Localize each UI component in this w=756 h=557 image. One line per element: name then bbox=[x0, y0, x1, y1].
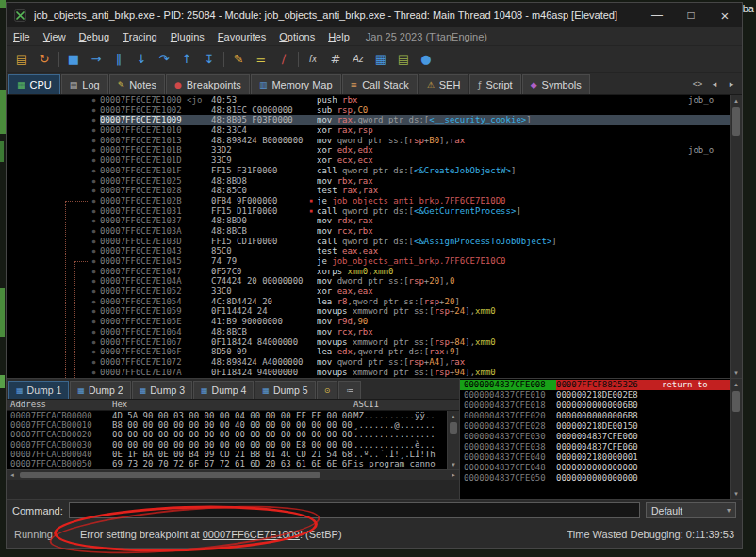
tab-scroll-left-icon[interactable]: ◂ bbox=[706, 75, 723, 92]
settings-dot-icon[interactable]: ● bbox=[415, 49, 437, 70]
maximize-button[interactable]: □ bbox=[674, 3, 708, 27]
title-bar[interactable]: job_objects_anti_brkp.exe - PID: 25084 -… bbox=[7, 3, 742, 27]
scroll-left-icon[interactable]: ◂ bbox=[7, 471, 18, 479]
breakpoint-dot[interactable]: ● bbox=[88, 196, 100, 206]
menu-item-help[interactable]: Help bbox=[321, 27, 356, 45]
disasm-row[interactable]: ●00007FF6CE7E102848:85C0test rax,rax bbox=[7, 186, 730, 196]
struct-tab[interactable]: ≔ bbox=[338, 381, 361, 399]
run-icon[interactable]: → bbox=[85, 49, 107, 70]
stack-row[interactable]: 0000004837CFE0380000004837CFE060 bbox=[460, 442, 730, 452]
breakpoint-dot[interactable]: ● bbox=[88, 136, 100, 146]
stack-row[interactable]: 0000004837CFE01800000000000006B0 bbox=[460, 401, 730, 411]
menu-item-tracing[interactable]: Tracing bbox=[116, 27, 164, 45]
breakpoint-dot[interactable]: ● bbox=[88, 166, 100, 176]
disasm-row[interactable]: ●00007FF6CE7E106448:8BCBmov rcx,rbx bbox=[7, 327, 730, 337]
command-input[interactable] bbox=[69, 502, 640, 518]
dump-row[interactable]: 00007FFCACB0005069 73 20 70 72 6F 67 72 … bbox=[7, 459, 447, 468]
breakpoint-dot[interactable]: ● bbox=[88, 216, 100, 226]
breakpoint-dot[interactable]: ● bbox=[88, 206, 100, 217]
step-into-icon[interactable]: ↓ bbox=[130, 49, 153, 70]
dump-row[interactable]: 00007FFCACB00010B8 00 00 00 00 00 00 00 … bbox=[7, 420, 447, 430]
stop-icon[interactable]: ■ bbox=[62, 49, 85, 70]
scroll-thumb[interactable] bbox=[450, 422, 457, 434]
tab-memory-map[interactable]: ▥Memory Map bbox=[251, 74, 341, 94]
source-tab-icon[interactable]: <> bbox=[689, 75, 706, 92]
dump-rows[interactable]: 00007FFCACB000004D 5A 90 00 03 00 00 00 … bbox=[7, 411, 447, 469]
scroll-track[interactable] bbox=[18, 470, 448, 480]
stack-row[interactable]: 0000004837CFE0500000000000000000 bbox=[460, 473, 730, 483]
scroll-thumb[interactable] bbox=[732, 391, 740, 412]
disasm-row[interactable]: ●00007FF6CE7E100248:81EC C0000000sub rsp… bbox=[7, 106, 730, 116]
breakpoint-dot[interactable]: ● bbox=[88, 226, 100, 237]
dump-row[interactable]: 00007FFCACB0002000 00 00 00 00 00 00 00 … bbox=[7, 430, 447, 439]
hash-icon[interactable]: # bbox=[324, 49, 347, 70]
disasm-row[interactable]: ●00007FF6CE7E103748:8BD0mov rdx,rax bbox=[7, 216, 730, 226]
scroll-track[interactable] bbox=[448, 421, 459, 459]
close-button[interactable]: × bbox=[708, 3, 742, 27]
breakpoint-dot[interactable]: ● bbox=[88, 256, 100, 267]
stack-row[interactable]: 0000004837CFE010000000218DE002E8 bbox=[460, 390, 730, 401]
dump-hscrollbar[interactable]: ◂ ▸ bbox=[7, 469, 459, 480]
scroll-thumb[interactable] bbox=[20, 472, 320, 478]
tab-cpu[interactable]: ▦CPU bbox=[8, 74, 60, 94]
font-icon[interactable]: Az bbox=[347, 49, 370, 70]
breakpoint-dot[interactable]: ● bbox=[88, 357, 100, 368]
execute-till-return-icon[interactable]: ↧ bbox=[198, 49, 221, 70]
disasm-row[interactable]: ●00007FF6CE7E106F8D50 09lea edx,qword pt… bbox=[7, 347, 730, 357]
disasm-row[interactable]: ●00007FF6CE7E10470F57C0xorps xmm0,xmm0 bbox=[7, 267, 730, 277]
disasm-row[interactable]: ●00007FF6CE7E1000 <jo40:53push rbxjob_o bbox=[7, 95, 730, 106]
breakpoint-dot[interactable]: ● bbox=[88, 317, 100, 327]
stack-row[interactable]: 0000004837CFE028000000218DE00150 bbox=[460, 421, 730, 432]
dump-row[interactable]: 00007FFCACB000004D 5A 90 00 03 00 00 00 … bbox=[7, 411, 447, 420]
menu-item-file[interactable]: File bbox=[7, 27, 37, 45]
tab-scroll-right-icon[interactable]: ▸ bbox=[723, 75, 740, 92]
stack-row[interactable]: 0000004837CFE00800007FFCF8825326return t… bbox=[460, 380, 730, 390]
disasm-row[interactable]: ●00007FF6CE7E103A48:8BCBmov rcx,rbx bbox=[7, 226, 730, 237]
breakpoint-dot[interactable]: ● bbox=[88, 176, 100, 187]
scroll-down-icon[interactable]: ▾ bbox=[731, 368, 742, 378]
breakpoint-dot[interactable]: ● bbox=[88, 95, 100, 106]
scroll-down-icon[interactable]: ▾ bbox=[448, 459, 459, 469]
breakpoint-dot[interactable]: ● bbox=[88, 276, 100, 287]
patches-icon[interactable]: ✎ bbox=[227, 49, 250, 70]
breakpoint-dot[interactable]: ● bbox=[88, 267, 100, 277]
breakpoint-dot[interactable]: ● bbox=[88, 106, 100, 116]
dump-tab-dump-2[interactable]: ▦Dump 2 bbox=[70, 381, 130, 399]
breakpoint-dot[interactable]: ● bbox=[88, 287, 100, 297]
breakpoint-dot[interactable]: ● bbox=[88, 115, 100, 125]
scroll-track[interactable] bbox=[731, 389, 742, 488]
scroll-up-icon[interactable]: ▴ bbox=[731, 379, 742, 389]
tab-symbols[interactable]: ◆Symbols bbox=[522, 74, 590, 94]
disasm-row[interactable]: ●00007FF6CE7E102548:8BD8mov rbx,rax bbox=[7, 176, 730, 187]
menu-item-view[interactable]: View bbox=[37, 27, 73, 45]
breakpoint-dot[interactable]: ● bbox=[88, 237, 100, 247]
menu-item-favourites[interactable]: Favourites bbox=[211, 27, 272, 45]
disasm-row[interactable]: ●00007FF6CE7E101FFF15 F31F0000call qword… bbox=[7, 166, 730, 176]
disasm-row[interactable]: ●00007FF6CE7E107A0F118424 94000000movups… bbox=[7, 368, 730, 378]
minimize-button[interactable]: — bbox=[640, 3, 674, 27]
stack-row[interactable]: 0000004837CFE02000000000000006B8 bbox=[460, 411, 730, 421]
disasm-row[interactable]: ●00007FF6CE7E101048:33C4xor rax,rsp bbox=[7, 125, 730, 136]
disasm-row[interactable]: ●00007FF6CE7E1031FF15 D11F0000▪call qwor… bbox=[7, 206, 730, 217]
disasm-row[interactable]: ●00007FF6CE7E105E41:B9 90000000mov r9d,9… bbox=[7, 317, 730, 327]
dump-tab-dump-1[interactable]: ▦Dump 1 bbox=[8, 381, 69, 399]
breakpoint-dot[interactable]: ● bbox=[88, 297, 100, 307]
highlight-fx-icon[interactable]: fx bbox=[302, 49, 324, 70]
trace-icon[interactable]: ∕ bbox=[272, 49, 295, 70]
disasm-row[interactable]: ●00007FF6CE7E10670F118424 84000000movups… bbox=[7, 337, 730, 348]
menu-item-debug[interactable]: Debug bbox=[73, 27, 116, 45]
scroll-up-icon[interactable]: ▴ bbox=[448, 411, 459, 421]
restart-icon[interactable]: ↻ bbox=[33, 49, 56, 70]
tab-call-stack[interactable]: ≡Call Stack bbox=[342, 74, 418, 94]
breakpoint-dot[interactable]: ● bbox=[88, 306, 100, 317]
dump-tab-dump-5[interactable]: ▦Dump 5 bbox=[255, 381, 315, 399]
disasm-row[interactable]: ●00007FF6CE7E101B33D2xor edx,edxjob_o bbox=[7, 145, 730, 156]
stack-view[interactable]: 0000004837CFE00800007FFCF8825326return t… bbox=[460, 379, 730, 499]
disassembly-view[interactable]: ●00007FF6CE7E1000 <jo40:53push rbxjob_o●… bbox=[7, 95, 730, 378]
tab-log[interactable]: ▤Log bbox=[61, 74, 108, 94]
error-address-link[interactable]: 00007FF6CE7E1009 bbox=[203, 529, 300, 540]
dump-tab-dump-4[interactable]: ▦Dump 4 bbox=[193, 381, 254, 399]
tab-script[interactable]: ƒScript bbox=[469, 74, 520, 94]
disasm-row[interactable]: ●00007FF6CE7E100948:8B05 F03F0000mov rax… bbox=[7, 115, 730, 125]
disasm-row[interactable]: ●00007FF6CE7E104574 79je job_objects_ant… bbox=[7, 256, 730, 267]
